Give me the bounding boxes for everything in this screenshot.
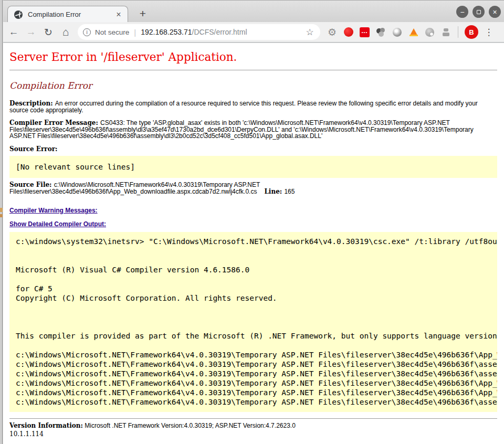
line-label: Line: xyxy=(264,188,284,195)
reload-button[interactable]: ↻ xyxy=(41,25,55,39)
extension-red-ball-icon[interactable] xyxy=(343,27,354,38)
tab-strip: Compilation Error × + − × xyxy=(3,0,504,22)
globe-favicon-icon xyxy=(14,10,23,19)
extension-vlc-cone-icon[interactable] xyxy=(408,27,419,38)
browser-toolbar: ← → ↻ ⌂ i Not secure | 192.168.253.71/DC… xyxy=(3,22,504,43)
extension-molecule-icon[interactable] xyxy=(375,27,386,38)
extension-orb-dot-icon[interactable] xyxy=(424,27,435,38)
maximize-button[interactable] xyxy=(472,6,485,18)
background-window-accent xyxy=(0,208,3,212)
page-title: Server Error in '/fileserver' Applicatio… xyxy=(9,50,497,64)
description-text: An error occurred during the compilation… xyxy=(9,100,478,114)
compiler-error-paragraph: Compiler Error Message: CS0433: The type… xyxy=(9,120,494,140)
back-button[interactable]: ← xyxy=(7,25,20,39)
version-label: Version Information: xyxy=(9,422,83,429)
background-window-edge xyxy=(0,0,3,444)
source-file-line: Source File: c:\Windows\Microsoft.NET\Fr… xyxy=(9,182,494,195)
browser-window: Compilation Error × + − × ← → ↻ ⌂ i Not … xyxy=(3,0,504,444)
url-bar[interactable]: i Not secure | 192.168.253.71/DCFS/error… xyxy=(78,24,320,40)
omnibox-separator: | xyxy=(134,28,136,37)
browser-tab[interactable]: Compilation Error × xyxy=(7,6,128,23)
home-button[interactable]: ⌂ xyxy=(59,25,72,39)
source-error-line: Source Error: xyxy=(9,146,494,153)
version-text: Microsoft .NET Framework Version:4.0.303… xyxy=(83,422,296,429)
description-paragraph: Description: An error occurred during th… xyxy=(9,100,494,113)
window-controls: − × xyxy=(456,6,501,18)
toolbar-separator xyxy=(458,26,458,38)
forward-button[interactable]: → xyxy=(24,25,38,39)
footer-divider xyxy=(9,418,497,419)
url-path: /DCFS/error.html xyxy=(192,28,247,36)
minimize-button[interactable]: − xyxy=(456,6,468,18)
menu-kebab-icon[interactable]: ⋮ xyxy=(484,27,494,38)
tab-close-icon[interactable]: × xyxy=(114,10,123,19)
detailed-output-link[interactable]: Show Detailed Compiler Output: xyxy=(9,220,497,228)
profile-avatar[interactable]: B xyxy=(465,25,478,39)
extension-robot-icon[interactable] xyxy=(440,27,452,38)
extensions-row: ⚙ ••• xyxy=(327,27,452,38)
compiler-output-box: c:\windows\system32\inetsrv> "C:\Windows… xyxy=(9,232,497,412)
page-content: Server Error in '/fileserver' Applicatio… xyxy=(3,43,504,444)
source-error-box: [No relevant source lines] xyxy=(9,156,497,178)
new-tab-button[interactable]: + xyxy=(135,7,150,22)
info-icon[interactable]: i xyxy=(83,28,91,36)
server-ip: 10.1.1.114 xyxy=(9,430,497,438)
version-info: Version Information: Microsoft .NET Fram… xyxy=(9,422,497,429)
line-value: 165 xyxy=(284,188,295,195)
source-error-label: Source Error: xyxy=(9,145,57,153)
compiler-warnings-link[interactable]: Compiler Warning Messages: xyxy=(9,207,497,214)
desktop-screen: Compilation Error × + − × ← → ↻ ⌂ i Not … xyxy=(0,0,504,444)
extension-gear-icon[interactable]: ⚙ xyxy=(327,27,338,38)
close-button[interactable]: × xyxy=(489,6,501,18)
extension-red-box-icon[interactable]: ••• xyxy=(359,27,370,38)
extension-orb-icon[interactable] xyxy=(392,27,403,38)
url-text[interactable]: 192.168.253.71/DCFS/error.html xyxy=(141,28,304,36)
not-secure-label: Not secure xyxy=(95,28,129,36)
tab-title: Compilation Error xyxy=(28,10,114,18)
maximize-icon xyxy=(477,10,481,14)
divider xyxy=(9,70,497,70)
error-subtitle: Compilation Error xyxy=(9,80,497,91)
bookmark-star-icon[interactable]: ☆ xyxy=(304,27,315,38)
url-host: 192.168.253.71 xyxy=(141,28,192,36)
background-window-accent xyxy=(0,214,3,217)
